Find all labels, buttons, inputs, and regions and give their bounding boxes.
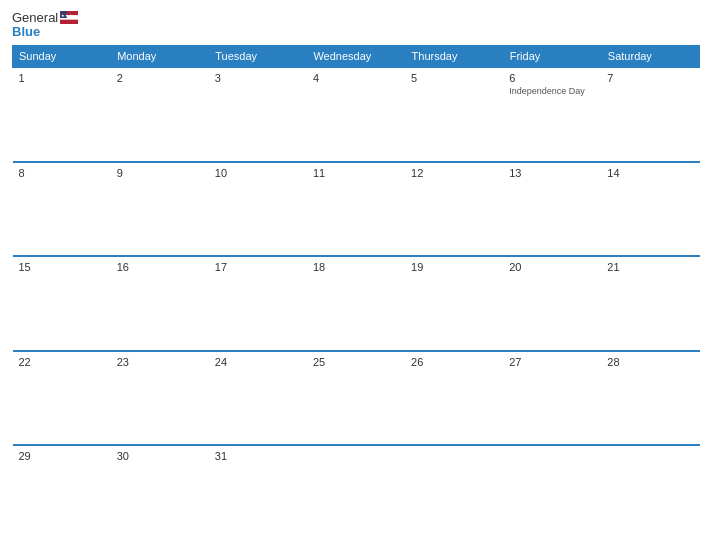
calendar-cell: 9	[111, 162, 209, 257]
day-number: 23	[117, 356, 203, 368]
day-number: 28	[607, 356, 693, 368]
day-number: 19	[411, 261, 497, 273]
day-number: 30	[117, 450, 203, 462]
day-header-thursday: Thursday	[405, 46, 503, 68]
day-number: 17	[215, 261, 301, 273]
calendar-cell: 26	[405, 351, 503, 446]
day-number: 20	[509, 261, 595, 273]
day-number: 7	[607, 72, 693, 84]
day-number: 2	[117, 72, 203, 84]
calendar-cell: 19	[405, 256, 503, 351]
day-header-monday: Monday	[111, 46, 209, 68]
calendar-cell: 17	[209, 256, 307, 351]
logo: General ★★★ Blue	[12, 10, 78, 39]
calendar-cell: 4	[307, 67, 405, 162]
calendar-cell: 22	[13, 351, 111, 446]
calendar-cell: 15	[13, 256, 111, 351]
day-number: 6	[509, 72, 595, 84]
day-number: 11	[313, 167, 399, 179]
svg-rect-2	[60, 20, 78, 24]
calendar-cell	[405, 445, 503, 540]
day-number: 26	[411, 356, 497, 368]
day-number: 12	[411, 167, 497, 179]
calendar-week-row: 15161718192021	[13, 256, 700, 351]
calendar-table: SundayMondayTuesdayWednesdayThursdayFrid…	[12, 45, 700, 540]
calendar-cell: 25	[307, 351, 405, 446]
day-number: 24	[215, 356, 301, 368]
svg-text:★★★: ★★★	[61, 13, 73, 18]
day-header-saturday: Saturday	[601, 46, 699, 68]
calendar-cell: 6Independence Day	[503, 67, 601, 162]
calendar-cell: 14	[601, 162, 699, 257]
day-number: 14	[607, 167, 693, 179]
calendar-cell: 1	[13, 67, 111, 162]
calendar-header-row: SundayMondayTuesdayWednesdayThursdayFrid…	[13, 46, 700, 68]
calendar-cell: 29	[13, 445, 111, 540]
day-number: 4	[313, 72, 399, 84]
day-number: 27	[509, 356, 595, 368]
calendar-cell: 12	[405, 162, 503, 257]
day-number: 9	[117, 167, 203, 179]
calendar-header: General ★★★ Blue	[12, 10, 700, 39]
day-number: 8	[19, 167, 105, 179]
day-number: 29	[19, 450, 105, 462]
calendar-week-row: 123456Independence Day7	[13, 67, 700, 162]
calendar-cell: 10	[209, 162, 307, 257]
calendar-week-row: 293031	[13, 445, 700, 540]
day-number: 25	[313, 356, 399, 368]
calendar-cell: 21	[601, 256, 699, 351]
day-number: 31	[215, 450, 301, 462]
day-number: 15	[19, 261, 105, 273]
day-number: 5	[411, 72, 497, 84]
calendar-cell	[307, 445, 405, 540]
calendar-week-row: 891011121314	[13, 162, 700, 257]
calendar-cell: 8	[13, 162, 111, 257]
calendar-cell: 20	[503, 256, 601, 351]
calendar-cell: 2	[111, 67, 209, 162]
calendar-cell: 16	[111, 256, 209, 351]
day-number: 1	[19, 72, 105, 84]
calendar-cell: 28	[601, 351, 699, 446]
calendar-cell: 24	[209, 351, 307, 446]
day-header-friday: Friday	[503, 46, 601, 68]
day-header-tuesday: Tuesday	[209, 46, 307, 68]
day-header-sunday: Sunday	[13, 46, 111, 68]
calendar-cell	[503, 445, 601, 540]
logo-blue-text: Blue	[12, 24, 40, 40]
calendar-cell: 23	[111, 351, 209, 446]
calendar-cell: 31	[209, 445, 307, 540]
calendar-cell: 13	[503, 162, 601, 257]
calendar-page: General ★★★ Blue Sund	[0, 0, 712, 550]
flag-icon: ★★★	[60, 11, 78, 24]
calendar-cell: 7	[601, 67, 699, 162]
calendar-cell: 11	[307, 162, 405, 257]
calendar-cell: 30	[111, 445, 209, 540]
day-header-wednesday: Wednesday	[307, 46, 405, 68]
calendar-cell: 3	[209, 67, 307, 162]
day-number: 18	[313, 261, 399, 273]
holiday-name: Independence Day	[509, 86, 595, 96]
calendar-week-row: 22232425262728	[13, 351, 700, 446]
day-number: 16	[117, 261, 203, 273]
calendar-cell: 18	[307, 256, 405, 351]
calendar-cell	[601, 445, 699, 540]
day-number: 22	[19, 356, 105, 368]
day-number: 10	[215, 167, 301, 179]
day-number: 3	[215, 72, 301, 84]
calendar-cell: 27	[503, 351, 601, 446]
day-number: 13	[509, 167, 595, 179]
calendar-cell: 5	[405, 67, 503, 162]
day-number: 21	[607, 261, 693, 273]
